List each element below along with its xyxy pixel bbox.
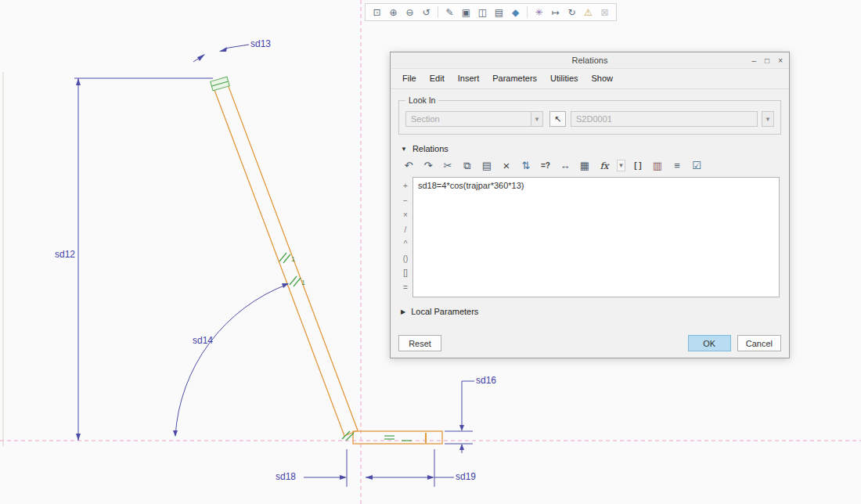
- delete-icon[interactable]: ×: [499, 158, 513, 173]
- select-arrow-icon: ↖: [554, 114, 561, 124]
- dialog-titlebar[interactable]: Relations – □ ×: [391, 52, 789, 69]
- dialog-title: Relations: [572, 56, 608, 65]
- dimension-sd14-graphics[interactable]: [173, 283, 289, 437]
- menu-insert[interactable]: Insert: [458, 74, 480, 83]
- dimension-label-sd19[interactable]: sd19: [456, 471, 476, 482]
- zoom-out-icon[interactable]: ⊖: [402, 5, 417, 20]
- close-button[interactable]: ×: [778, 56, 783, 65]
- relation-expression[interactable]: sd18=4*cos(trajpar*360*13): [418, 181, 774, 190]
- reset-button[interactable]: Reset: [398, 335, 441, 351]
- sketch-slanted-bar[interactable]: [212, 78, 358, 436]
- look-in-type-value: Section: [411, 114, 526, 124]
- undo-icon[interactable]: ↶: [402, 158, 416, 173]
- lookup-icon[interactable]: ▥: [650, 158, 665, 173]
- zoom-in-icon[interactable]: ⊕: [386, 5, 401, 20]
- parallel-constraint-tag: 1: [301, 279, 305, 286]
- local-parameters-header[interactable]: ▶ Local Parameters: [391, 297, 789, 319]
- paste-icon[interactable]: ▤: [480, 158, 494, 173]
- ok-button[interactable]: OK: [688, 335, 731, 351]
- maximize-button[interactable]: □: [765, 56, 769, 65]
- local-parameters-collapse-icon[interactable]: ▶: [401, 308, 405, 315]
- parallel-constraint-tag: 1: [291, 255, 295, 263]
- dimension-label-sd14[interactable]: sd14: [193, 335, 213, 346]
- constraint-display-icon[interactable]: ✳: [531, 5, 546, 20]
- redo-icon[interactable]: ↷: [421, 158, 435, 173]
- shade-display-icon[interactable]: ◆: [508, 5, 523, 20]
- datum-display-icon[interactable]: ▣: [459, 5, 474, 20]
- menu-show[interactable]: Show: [592, 74, 614, 83]
- equal-length-constraint-icon[interactable]: [384, 436, 394, 439]
- relations-section-header[interactable]: ▼ Relations: [391, 135, 789, 157]
- cut-icon[interactable]: ✂: [441, 158, 455, 173]
- op-plus[interactable]: +: [403, 181, 408, 191]
- dimension-sd12-graphics[interactable]: [74, 78, 213, 441]
- dimension-label-sd16[interactable]: sd16: [476, 375, 496, 386]
- op-brackets[interactable]: []: [403, 268, 408, 278]
- relations-section-label: Relations: [412, 144, 449, 153]
- measure-icon[interactable]: ↔: [558, 158, 572, 173]
- sketch-base-bar[interactable]: [353, 431, 442, 444]
- dimension-sd18-graphics[interactable]: [304, 449, 347, 487]
- grid-display-icon[interactable]: ▤: [492, 5, 506, 20]
- view-toolbar: ⊡⊕⊖↺✎▣◫▤◆✳↦↻⚠⊠: [365, 3, 617, 21]
- calculator-icon[interactable]: ▦: [578, 158, 592, 173]
- parallel-constraint-icon[interactable]: [290, 276, 301, 286]
- chevron-down-icon[interactable]: ▼: [531, 111, 543, 127]
- dimension-sd16-graphics[interactable]: [445, 381, 474, 453]
- toolbar-separator[interactable]: [438, 6, 438, 18]
- redraw-icon[interactable]: ✎: [442, 5, 457, 20]
- dialog-menubar: FileEditInsertParametersUtilitiesShow: [391, 69, 789, 89]
- syntax-check-icon[interactable]: ☑: [690, 158, 704, 173]
- insert-function-icon[interactable]: fx: [597, 158, 611, 173]
- vertex-display-icon[interactable]: ◫: [475, 5, 490, 20]
- look-in-label: Look In: [405, 95, 438, 105]
- reorder-icon[interactable]: ⇅: [519, 158, 533, 173]
- menu-edit[interactable]: Edit: [430, 74, 445, 83]
- function-dropdown-icon[interactable]: ▼: [617, 160, 625, 171]
- select-arrow-button[interactable]: ↖: [549, 111, 566, 127]
- dialog-footer: Reset OK Cancel: [398, 335, 781, 351]
- menu-parameters[interactable]: Parameters: [492, 74, 537, 83]
- op-parens[interactable]: (): [403, 254, 409, 264]
- chevron-down-icon[interactable]: ▼: [762, 111, 774, 127]
- local-parameters-label: Local Parameters: [411, 307, 478, 316]
- toolbar-separator[interactable]: [527, 6, 528, 18]
- relations-dialog: Relations – □ × FileEditInsertParameters…: [390, 52, 790, 358]
- relation-editor[interactable]: sd18=4*cos(trajpar*360*13): [412, 177, 780, 297]
- op-minus[interactable]: −: [403, 196, 408, 206]
- cancel-button[interactable]: Cancel: [737, 335, 781, 351]
- look-in-target-value: S2D0001: [576, 114, 752, 124]
- copy-icon[interactable]: ⧉: [460, 158, 474, 173]
- sort-lines-icon[interactable]: ≡: [670, 158, 684, 173]
- op-power[interactable]: ^: [404, 239, 408, 249]
- look-in-groupbox: Look In Section ▼ ↖ S2D0001 ▼: [398, 100, 781, 135]
- dimension-sd19-graphics[interactable]: [366, 449, 454, 487]
- menu-file[interactable]: File: [402, 74, 416, 83]
- op-multiply[interactable]: ×: [403, 210, 408, 220]
- inactive-icon[interactable]: ⊠: [597, 5, 612, 20]
- dimension-sd13-graphics[interactable]: [193, 45, 249, 62]
- parallel-constraint-icon[interactable]: [279, 253, 290, 263]
- orient-sketch-icon[interactable]: ↻: [564, 5, 579, 20]
- dimension-label-sd13[interactable]: sd13: [250, 38, 271, 49]
- op-divide[interactable]: /: [405, 225, 407, 235]
- op-equals[interactable]: =: [403, 283, 408, 293]
- zoom-window-icon[interactable]: ⊡: [369, 5, 384, 20]
- warning-icon[interactable]: ⚠: [581, 5, 596, 20]
- look-in-type-select[interactable]: Section: [405, 111, 531, 127]
- menu-utilities[interactable]: Utilities: [550, 74, 578, 83]
- repaint-icon[interactable]: ↺: [419, 5, 434, 20]
- dimension-label-sd12[interactable]: sd12: [55, 249, 75, 260]
- dimension-display-icon[interactable]: ↦: [548, 5, 563, 20]
- anchor-constraint-icon[interactable]: [211, 77, 229, 91]
- operator-strip: +−×/^()[]=: [398, 177, 412, 297]
- minimize-button[interactable]: –: [752, 56, 757, 65]
- relations-collapse-icon[interactable]: ▼: [401, 146, 407, 153]
- brackets-icon[interactable]: [ ]: [631, 158, 645, 173]
- look-in-target-select[interactable]: S2D0001: [571, 111, 758, 127]
- relations-edit-toolbar: ↶↷✂⧉▤×⇅=?↔▦fx▼[ ]▥≡☑: [391, 157, 789, 177]
- dimension-label-sd18[interactable]: sd18: [276, 471, 296, 482]
- verify-icon[interactable]: =?: [539, 158, 553, 173]
